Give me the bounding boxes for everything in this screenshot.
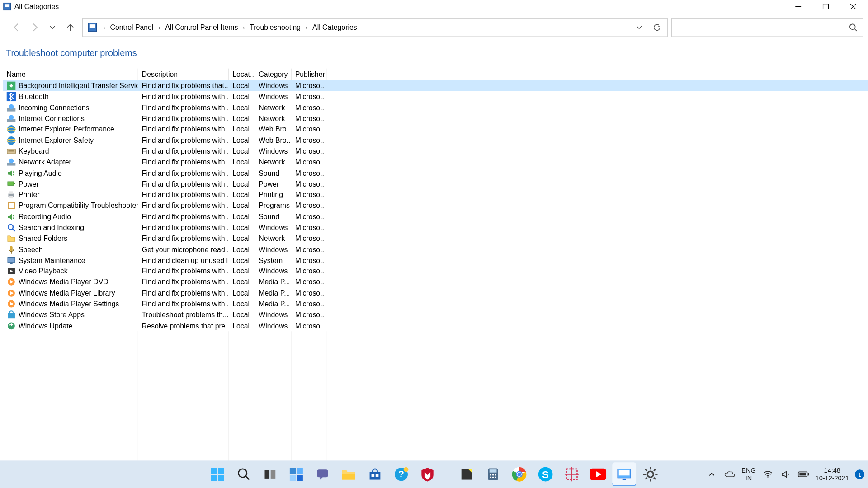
taskbar-chrome-button[interactable] <box>507 462 531 486</box>
taskbar-search-button[interactable] <box>232 462 256 486</box>
taskbar-controlpanel-button[interactable] <box>612 462 636 486</box>
taskbar-calculator-button[interactable] <box>481 462 505 486</box>
volume-icon[interactable] <box>779 468 791 480</box>
column-category[interactable]: Category <box>255 69 291 80</box>
table-row[interactable]: KeyboardFind and fix problems with...Loc… <box>3 146 868 157</box>
recent-locations-button[interactable] <box>44 19 61 36</box>
row-name: Speech <box>19 245 43 253</box>
table-row[interactable]: Windows Store AppsTroubleshoot problems … <box>3 310 868 320</box>
language-indicator[interactable]: ENGIN <box>741 467 755 482</box>
table-row[interactable]: Internet Explorer SafetyFind and fix pro… <box>3 135 868 146</box>
row-category: System <box>255 255 291 266</box>
taskbar-widgets-button[interactable] <box>284 462 308 486</box>
taskbar-notes-button[interactable] <box>455 462 479 486</box>
row-description: Find and fix problems with... <box>138 178 229 189</box>
table-row[interactable]: Windows Media Player LibraryFind and fix… <box>3 287 868 298</box>
row-publisher: Microso... <box>292 299 327 310</box>
table-row[interactable]: Windows Media Player SettingsFind and fi… <box>3 299 868 310</box>
column-name[interactable]: Name <box>3 69 138 80</box>
history-dropdown-button[interactable] <box>630 19 648 37</box>
taskbar-mcafee-button[interactable] <box>415 462 439 486</box>
row-name: System Maintenance <box>19 256 85 264</box>
taskbar-youtube-button[interactable] <box>586 462 610 486</box>
row-location: Local <box>229 266 255 277</box>
table-row[interactable]: Shared FoldersFind and fix problems with… <box>3 233 868 244</box>
row-category: Web Bro... <box>255 124 291 135</box>
row-publisher: Microso... <box>292 320 327 331</box>
table-row[interactable]: Program Compatibility TroubleshooterFind… <box>3 200 868 211</box>
up-button[interactable] <box>62 19 79 36</box>
row-location: Local <box>229 146 255 157</box>
navbar: › Control Panel › All Control Panel Item… <box>5 17 863 38</box>
table-row[interactable]: Recording AudioFind and fix problems wit… <box>3 211 868 222</box>
svg-rect-47 <box>211 468 217 474</box>
minimize-button[interactable] <box>784 0 812 13</box>
svg-rect-58 <box>297 475 303 481</box>
search-icon[interactable] <box>849 23 858 32</box>
table-row[interactable]: Network AdapterFind and fix problems wit… <box>3 157 868 168</box>
chevron-right-icon[interactable]: › <box>306 24 308 31</box>
chevron-right-icon[interactable]: › <box>103 24 105 31</box>
table-row[interactable]: Background Intelligent Transfer ServiceF… <box>3 80 868 91</box>
row-location: Local <box>229 244 255 255</box>
search-box[interactable] <box>671 18 863 37</box>
taskbar-skype-button[interactable]: S <box>533 462 557 486</box>
breadcrumb-item[interactable]: Troubleshooting <box>249 22 302 33</box>
row-category: Network <box>255 157 291 168</box>
wifi-icon[interactable] <box>762 468 774 480</box>
column-publisher[interactable]: Publisher <box>292 69 327 80</box>
table-row[interactable]: Incoming ConnectionsFind and fix problem… <box>3 102 868 113</box>
table-row[interactable]: Windows UpdateResolve problems that pre.… <box>3 320 868 331</box>
table-row[interactable]: Video PlaybackFind and fix problems with… <box>3 266 868 277</box>
row-category: Sound <box>255 168 291 178</box>
column-location[interactable]: Locat... <box>229 69 255 80</box>
address-bar[interactable]: › Control Panel › All Control Panel Item… <box>82 18 668 37</box>
taskbar-chat-button[interactable] <box>311 462 335 486</box>
table-row[interactable]: Internet Explorer PerformanceFind and fi… <box>3 124 868 135</box>
breadcrumb-item[interactable]: All Control Panel Items <box>164 22 239 33</box>
taskbar-help-button[interactable]: ? <box>389 462 413 486</box>
table-row[interactable]: Windows Media Player DVDFind and fix pro… <box>3 277 868 287</box>
battery-icon[interactable] <box>797 468 809 480</box>
tray-overflow-button[interactable] <box>706 468 717 480</box>
table-row[interactable]: Playing AudioFind and fix problems with.… <box>3 168 868 178</box>
table-row[interactable]: Internet ConnectionsFind and fix problem… <box>3 113 868 124</box>
row-location: Local <box>229 222 255 233</box>
column-description[interactable]: Description <box>138 69 229 80</box>
table-row[interactable]: PowerFind and fix problems with...LocalP… <box>3 178 868 189</box>
youtube-icon <box>590 468 606 480</box>
svg-text:S: S <box>542 469 549 480</box>
taskbar-start-button[interactable] <box>206 462 230 486</box>
bits-icon <box>7 81 16 91</box>
taskbar-settings-button[interactable] <box>638 462 662 486</box>
breadcrumb-item[interactable]: Control Panel <box>109 22 155 33</box>
svg-rect-56 <box>297 468 303 474</box>
chevron-right-icon[interactable]: › <box>243 24 245 31</box>
row-location: Local <box>229 124 255 135</box>
clock[interactable]: 14:4810-12-2021 <box>816 467 849 482</box>
taskbar-taskview-button[interactable] <box>258 462 282 486</box>
taskbar-explorer-button[interactable] <box>337 462 361 486</box>
row-publisher: Microso... <box>292 102 327 113</box>
onedrive-icon[interactable] <box>724 468 736 480</box>
close-button[interactable] <box>840 0 867 13</box>
table-row[interactable]: System MaintenanceFind and clean up unus… <box>3 255 868 266</box>
forward-button[interactable] <box>26 19 43 36</box>
chevron-right-icon[interactable]: › <box>158 24 160 31</box>
table-row[interactable]: SpeechGet your microphone read...LocalWi… <box>3 244 868 255</box>
svg-line-9 <box>854 29 857 31</box>
refresh-button[interactable] <box>648 19 666 37</box>
table-row[interactable]: BluetoothFind and fix problems with...Lo… <box>3 91 868 102</box>
taskbar-store-button[interactable] <box>363 462 387 486</box>
breadcrumb-item[interactable]: All Categories <box>311 22 358 33</box>
maximize-button[interactable] <box>812 0 840 13</box>
row-description: Resolve problems that pre... <box>138 320 229 331</box>
row-location: Local <box>229 287 255 298</box>
table-row[interactable]: Search and IndexingFind and fix problems… <box>3 222 868 233</box>
taskbar-snip-button[interactable] <box>560 462 584 486</box>
row-description: Find and fix problems with... <box>138 189 229 200</box>
notification-badge[interactable]: 1 <box>855 469 864 479</box>
row-category: Windows <box>255 310 291 320</box>
back-button[interactable] <box>8 19 25 36</box>
table-row[interactable]: PrinterFind and fix problems with...Loca… <box>3 189 868 200</box>
